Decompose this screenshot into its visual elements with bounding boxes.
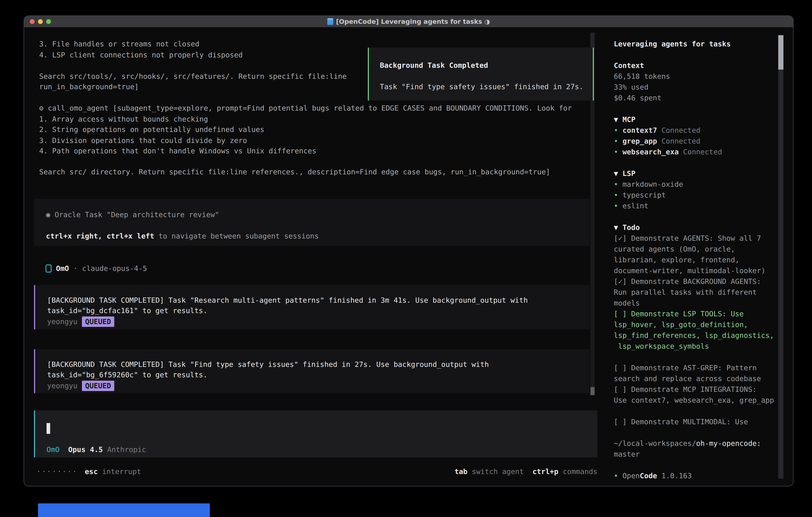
mcp-section-header[interactable]: ▼ MCP <box>614 114 782 125</box>
status-dot-icon: • <box>614 191 618 199</box>
lsp-item: • typescript <box>614 190 782 200</box>
chevron-down-icon: ▼ <box>614 169 618 178</box>
esc-label: interrupt <box>98 466 141 477</box>
todo-line-active: [ ] Demonstrate LSP TOOLS: Use <box>614 308 782 319</box>
agent-checkbox-icon <box>46 265 52 272</box>
task-line: [BACKGROUND TASK COMPLETED] Task "Find t… <box>47 359 489 370</box>
background-task-notification: Background Task Completed Task "Find typ… <box>368 48 594 101</box>
shortcut-keys: ctrl+x right, ctrl+x left <box>46 232 154 240</box>
workspace-path: ~/local-workspaces/oh-my-opencode: <box>614 438 782 449</box>
input-model-row: OmO Opus 4.5 Anthropic <box>47 444 146 455</box>
oracle-task-panel: ◉ Oracle Task "Deep architecture review"… <box>34 199 590 246</box>
todo-section-header[interactable]: ▼ Todo <box>614 222 782 233</box>
chevron-down-icon: ▼ <box>614 115 618 124</box>
task-line: task_id="bg_dcfac161" to get results. <box>47 305 207 316</box>
context-tokens: 66,518 tokens <box>614 71 782 82</box>
mcp-item: • context7 Connected <box>614 125 782 136</box>
gear-icon: ⚙ <box>39 104 44 112</box>
dock-strip <box>38 504 210 517</box>
sidebar-scrollbar-thumb[interactable] <box>778 35 783 70</box>
title-bar[interactable]: [OpenCode] Leveraging agents for tasks ◑ <box>24 16 793 27</box>
input-agent-name: OmO <box>47 445 60 454</box>
version-row: • OpenCode 1.0.163 <box>614 470 782 481</box>
sidebar-scrollbar[interactable] <box>778 35 783 479</box>
oracle-task-label: ◉ Oracle Task "Deep architecture review" <box>46 209 219 220</box>
ctrlp-label: commands <box>558 466 598 477</box>
status-dot-icon: • <box>614 137 618 145</box>
task-block: [BACKGROUND TASK COMPLETED] Task "Find t… <box>34 349 590 393</box>
input-provider: Anthropic <box>107 445 146 454</box>
task-author: yeongyu <box>47 318 78 326</box>
shortcut-hint-text: to navigate between subagent sessions <box>154 232 319 240</box>
agent-name: OmO <box>56 263 69 274</box>
todo-line: [ ] Demonstrate AST-GREP: Pattern <box>614 362 782 373</box>
terminal-content: 3. File handles or streams not closed 4.… <box>24 27 793 486</box>
spinner-dots-icon: ········ <box>36 466 78 477</box>
app-name-bold: Code <box>640 472 657 480</box>
status-badge: QUEUED <box>82 317 114 327</box>
close-button[interactable] <box>30 19 35 24</box>
tool-call-line: ⚙ call_omo_agent [subagent_type=explore,… <box>39 103 572 113</box>
status-bar: ········ esc interrupt tab switch agent … <box>36 466 598 477</box>
opencode-window: [OpenCode] Leveraging agents for tasks ◑… <box>24 16 793 486</box>
window-title-group: [OpenCode] Leveraging agents for tasks ◑ <box>327 18 490 25</box>
lsp-section-header[interactable]: ▼ LSP <box>614 168 782 179</box>
tool-call-text: call_omo_agent [subagent_type=explore, p… <box>48 104 572 112</box>
notification-title: Background Task Completed <box>380 60 488 71</box>
log-line: 3. File handles or streams not closed <box>39 38 199 49</box>
task-author: yeongyu <box>47 382 78 390</box>
workspace-branch: master <box>614 449 782 460</box>
workspace-repo: oh-my-opencode: <box>696 439 761 447</box>
todo-line: librarian, explore, frontend, <box>614 254 782 265</box>
app-version: 1.0.163 <box>657 472 692 480</box>
status-dot-icon: • <box>614 472 618 480</box>
oracle-shortcut-hint: ctrl+x right, ctrl+x left to navigate be… <box>46 231 319 242</box>
tool-call-tail: Search src/ directory. Return specific f… <box>39 166 550 177</box>
todo-line: search and replace across codebase <box>614 373 782 384</box>
status-dot-icon: • <box>614 202 618 210</box>
todo-line-active: lsp_hover, lsp_goto_definition, <box>614 319 782 330</box>
scrollbar-thumb[interactable] <box>590 387 594 395</box>
text-cursor <box>47 423 50 434</box>
todo-line: document-writer, multimodal-looker) <box>614 265 782 276</box>
app-name-prefix: Open <box>622 472 640 480</box>
traffic-lights <box>30 19 51 24</box>
todo-line-active: lsp_workspace_symbols <box>614 341 782 352</box>
todo-line: [✓] Demonstrate AGENTS: Show all 7 <box>614 233 782 244</box>
task-meta: yeongyuQUEUED <box>47 380 114 391</box>
task-meta: yeongyuQUEUED <box>47 316 114 327</box>
status-dot-icon: • <box>614 148 618 156</box>
session-title: Leveraging agents for tasks <box>614 38 782 49</box>
todo-line: [ ] Demonstrate MULTIMODAL: Use <box>614 416 782 427</box>
zoom-button[interactable] <box>46 19 51 24</box>
todo-line: models <box>614 298 782 308</box>
status-dot-icon: • <box>614 180 618 188</box>
task-line: [BACKGROUND TASK COMPLETED] Task "Resear… <box>47 295 528 306</box>
status-dot-icon: • <box>614 126 618 134</box>
todo-line: Run parallel tasks with different <box>614 287 782 298</box>
tab-key: tab <box>455 466 467 477</box>
task-line: task_id="bg_6f59260c" to get results. <box>47 370 207 380</box>
separator-dot: · <box>73 263 78 274</box>
window-title: [OpenCode] Leveraging agents for tasks ◑ <box>336 18 490 25</box>
log-line: 4. LSP client connections not properly d… <box>39 50 243 60</box>
todo-line: [ ] Demonstrate MCP INTEGRATIONS: <box>614 384 782 395</box>
minimize-button[interactable] <box>38 19 43 24</box>
mcp-item: • websearch_exa Connected <box>614 146 782 157</box>
todo-line-active: lsp_find_references, lsp_diagnostics, <box>614 330 782 341</box>
log-line: Search src/tools/, src/hooks/, src/featu… <box>39 71 347 82</box>
lsp-item: • markdown-oxide <box>614 179 782 190</box>
agent-header: OmO · claude-opus-4-5 <box>46 263 147 274</box>
context-heading: Context <box>614 60 782 71</box>
ctrlp-key: ctrl+p <box>524 466 558 477</box>
notification-body: Task "Find type safety issues" finished … <box>380 81 583 92</box>
todo-line: curated agents (OmO, oracle, <box>614 244 782 254</box>
todo-line: [✓] Demonstrate BACKGROUND AGENTS: <box>614 276 782 287</box>
context-spent: $0.46 spent <box>614 92 782 103</box>
tab-label: switch agent <box>467 466 524 477</box>
prompt-input[interactable]: OmO Opus 4.5 Anthropic <box>34 410 598 457</box>
mcp-item: • grep_app Connected <box>614 136 782 146</box>
session-sidebar: Leveraging agents for tasks Context 66,5… <box>614 27 782 481</box>
esc-key: esc <box>85 466 98 477</box>
input-model-name: Opus 4.5 <box>68 445 103 454</box>
